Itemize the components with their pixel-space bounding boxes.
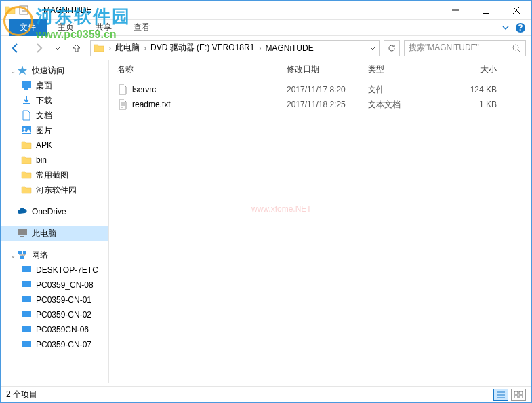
svg-rect-16: [20, 236, 24, 237]
breadcrumb-item[interactable]: DVD 驱动器 (E:) VERO18R1: [148, 42, 257, 54]
item-count: 2 个项目: [6, 389, 491, 400]
svg-rect-17: [18, 251, 22, 254]
svg-rect-18: [23, 251, 26, 254]
svg-point-14: [24, 128, 26, 130]
folder-icon: [94, 43, 104, 54]
download-icon: [21, 95, 32, 106]
monitor-icon: [21, 80, 32, 91]
chevron-down-icon[interactable]: ⌄: [10, 67, 17, 75]
computer-icon: [21, 265, 32, 275]
cloud-icon: [17, 206, 28, 217]
column-header-name[interactable]: 名称: [117, 64, 287, 75]
column-header-date[interactable]: 修改日期: [287, 64, 368, 75]
sidebar-onedrive[interactable]: OneDrive: [1, 204, 108, 219]
chevron-right-icon[interactable]: ›: [107, 43, 112, 53]
folder-icon: [21, 155, 32, 166]
sidebar-item-downloads[interactable]: 下载: [1, 93, 108, 108]
ribbon-tabs: 文件 主页 共享 查看 ?: [1, 20, 531, 36]
help-icon[interactable]: ?: [515, 22, 526, 33]
svg-rect-0: [20, 6, 28, 14]
sidebar-network-item[interactable]: PC0359-CN-02: [1, 307, 108, 322]
sidebar-item-apk[interactable]: APK: [1, 138, 108, 153]
sidebar-item-pictures[interactable]: 图片: [1, 123, 108, 138]
svg-line-10: [518, 50, 520, 52]
svg-rect-13: [22, 126, 31, 134]
navigation-pane: ⌄ 快速访问 桌面 下载 文档 图片 APK bin 常用截图 河东软件园 On…: [1, 60, 109, 383]
details-view-button[interactable]: [493, 389, 508, 401]
sidebar-quickaccess[interactable]: ⌄ 快速访问: [1, 63, 108, 78]
separator: [35, 4, 35, 16]
svg-rect-32: [514, 391, 518, 394]
document-icon: [21, 110, 32, 121]
svg-point-9: [513, 45, 518, 50]
search-input[interactable]: 搜索"MAGNiTUDE": [404, 40, 526, 56]
svg-rect-24: [22, 326, 31, 332]
folder-icon: [21, 185, 32, 195]
refresh-button[interactable]: [384, 40, 400, 56]
svg-rect-4: [483, 7, 489, 13]
picture-icon: [21, 125, 32, 136]
sidebar-item-bin[interactable]: bin: [1, 153, 108, 168]
column-header-type[interactable]: 类型: [368, 64, 443, 75]
sidebar-network-item[interactable]: PC0359CN-06: [1, 322, 108, 337]
svg-rect-22: [22, 296, 31, 302]
title-bar: MAGNiTUDE: [1, 1, 531, 20]
chevron-down-icon[interactable]: [502, 24, 510, 32]
svg-rect-21: [22, 281, 31, 287]
svg-rect-23: [22, 311, 31, 317]
svg-rect-33: [519, 391, 523, 394]
breadcrumb-item[interactable]: 此电脑: [112, 42, 142, 54]
computer-icon: [21, 294, 32, 305]
computer-icon: [21, 309, 32, 320]
sidebar-item-documents[interactable]: 文档: [1, 108, 108, 123]
tab-file[interactable]: 文件: [9, 19, 47, 36]
up-button[interactable]: [67, 39, 86, 58]
chevron-down-icon[interactable]: ⌄: [10, 252, 17, 259]
back-button[interactable]: [6, 39, 25, 58]
window-title: MAGNiTUDE: [43, 5, 440, 15]
sidebar-network-item[interactable]: PC0359_CN-08: [1, 277, 108, 292]
tab-home[interactable]: 主页: [47, 19, 85, 36]
navigation-bar: › 此电脑 › DVD 驱动器 (E:) VERO18R1 › MAGNiTUD…: [1, 36, 531, 60]
sidebar-network-item[interactable]: PC0359-CN-01: [1, 292, 108, 307]
search-icon: [512, 43, 521, 53]
computer-icon: [21, 324, 32, 335]
icons-view-button[interactable]: [511, 389, 526, 401]
minimize-button[interactable]: [440, 1, 470, 19]
address-dropdown-icon[interactable]: [369, 45, 376, 52]
breadcrumb-item[interactable]: MAGNiTUDE: [262, 43, 316, 53]
computer-icon: [21, 339, 32, 350]
sidebar-network-item[interactable]: DESKTOP-7ETC: [1, 263, 108, 277]
star-icon: [17, 65, 28, 76]
content-pane: 名称 修改日期 类型 大小 lservrc 2017/11/17 8:20 文件…: [109, 60, 531, 383]
sidebar-item-hedong[interactable]: 河东软件园: [1, 183, 108, 197]
network-icon: [17, 250, 28, 261]
forward-button[interactable]: [29, 39, 48, 58]
tab-view[interactable]: 查看: [123, 19, 161, 36]
tab-share[interactable]: 共享: [85, 19, 123, 36]
sidebar-item-screenshots[interactable]: 常用截图: [1, 168, 108, 183]
chevron-right-icon[interactable]: ›: [142, 43, 148, 53]
svg-rect-19: [20, 256, 24, 259]
column-header-size[interactable]: 大小: [443, 64, 497, 75]
sidebar-item-desktop[interactable]: 桌面: [1, 78, 108, 93]
sidebar-network-item[interactable]: PC0359-CN-07: [1, 337, 108, 352]
svg-rect-34: [514, 396, 518, 398]
column-headers: 名称 修改日期 类型 大小: [109, 60, 531, 79]
recent-dropdown[interactable]: [52, 39, 63, 58]
svg-rect-15: [18, 229, 27, 235]
file-row[interactable]: readme.txt 2017/11/18 2:25 文本文档 1 KB: [117, 97, 523, 112]
svg-rect-35: [519, 396, 523, 398]
properties-icon[interactable]: [18, 5, 29, 16]
sidebar-network[interactable]: ⌄网络: [1, 248, 108, 263]
file-row[interactable]: lservrc 2017/11/17 8:20 文件 124 KB: [117, 82, 523, 97]
address-bar[interactable]: › 此电脑 › DVD 驱动器 (E:) VERO18R1 › MAGNiTUD…: [90, 40, 380, 56]
sidebar-thispc[interactable]: 此电脑: [1, 226, 108, 241]
computer-icon: [21, 280, 32, 290]
maximize-button[interactable]: [470, 1, 501, 19]
search-placeholder: 搜索"MAGNiTUDE": [409, 42, 512, 54]
close-button[interactable]: [501, 1, 531, 19]
chevron-right-icon[interactable]: ›: [257, 43, 262, 53]
svg-rect-11: [22, 81, 31, 88]
svg-text:?: ?: [518, 23, 523, 33]
